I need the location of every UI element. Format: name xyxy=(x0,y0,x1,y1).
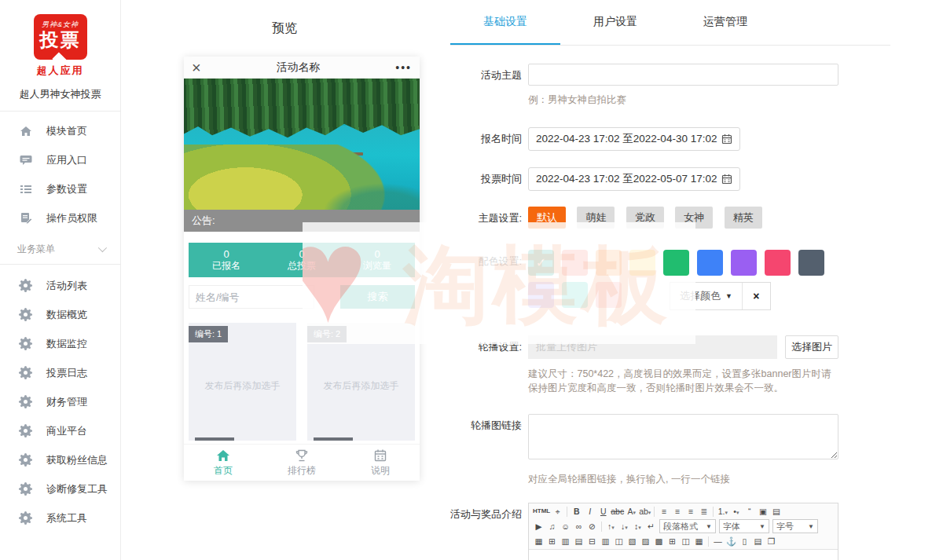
theme-default-button[interactable]: 默认 xyxy=(528,207,566,229)
remove-color-button[interactable]: × xyxy=(742,283,770,309)
insert-video-icon[interactable]: ▶ xyxy=(532,520,545,533)
split-rows-icon[interactable]: ⊞ xyxy=(666,535,679,547)
nav-item-home[interactable]: 首页 xyxy=(184,445,262,481)
theme-goddess-button[interactable]: 女神 xyxy=(675,207,713,229)
insert-image-icon[interactable]: ▣ xyxy=(756,505,769,518)
more-menu-icon[interactable]: ••• xyxy=(395,61,412,74)
word-wrap-icon[interactable]: ↵ xyxy=(644,520,658,533)
nav-item-ranking[interactable]: 排行榜 xyxy=(262,445,341,481)
color-swatch[interactable] xyxy=(629,250,655,276)
color-swatch[interactable] xyxy=(697,250,723,276)
merge-down-icon[interactable]: ▩ xyxy=(652,535,666,547)
font-size-select[interactable]: 字号▼ xyxy=(772,519,818,533)
emotion-icon[interactable]: ☺ xyxy=(559,520,572,533)
split-columns-icon[interactable]: ◫ xyxy=(679,535,692,547)
strikethrough-icon[interactable]: abc xyxy=(610,505,625,518)
color-swatch[interactable] xyxy=(528,282,554,308)
insert-table-icon[interactable]: ▦ xyxy=(532,535,545,547)
color-swatch[interactable] xyxy=(765,250,791,276)
paragraph-format-select[interactable]: 段落格式▼ xyxy=(659,519,716,533)
ordered-list-icon[interactable]: 1.▾ xyxy=(716,505,729,518)
search-input[interactable] xyxy=(189,285,314,309)
remove-format-icon[interactable]: ⊘ xyxy=(585,520,599,533)
choose-color-dropdown[interactable]: 选择颜色▼ xyxy=(670,283,742,309)
align-left-icon[interactable]: ≡ xyxy=(657,505,670,518)
search-preview-icon[interactable]: ⌖ xyxy=(551,505,564,518)
anchor-icon[interactable]: ⚓ xyxy=(725,535,738,547)
color-swatch[interactable] xyxy=(596,250,622,276)
color-swatch[interactable] xyxy=(731,250,757,276)
sidebar-item-operator-permissions[interactable]: 操作员权限 xyxy=(0,203,120,232)
signup-time-input[interactable]: 2022-04-23 17:02 至2022-04-30 17:02 xyxy=(528,127,740,151)
sidebar-item-app-entry[interactable]: 应用入口 xyxy=(0,145,120,174)
theme-cute-kids-button[interactable]: 萌娃 xyxy=(577,207,615,229)
font-color-icon[interactable]: A▾ xyxy=(625,505,638,518)
sidebar-item-system-tools[interactable]: 系统工具 xyxy=(0,503,120,533)
moss-graphic xyxy=(318,181,420,210)
color-swatch[interactable] xyxy=(798,250,824,276)
delete-row-icon[interactable]: ⊟ xyxy=(585,535,599,547)
sidebar-item-param-settings[interactable]: 参数设置 xyxy=(0,174,120,203)
insert-link-icon[interactable]: ∞ xyxy=(572,520,585,533)
color-swatch[interactable] xyxy=(663,250,689,276)
choose-image-button[interactable]: 选择图片 xyxy=(785,335,838,359)
delete-table-icon[interactable]: ⊞ xyxy=(545,535,559,547)
close-icon[interactable]: × xyxy=(192,60,201,75)
align-right-icon[interactable]: ≡ xyxy=(684,505,697,518)
line-height-icon[interactable]: ↕▾ xyxy=(631,520,644,533)
space-above-icon[interactable]: ↑▾ xyxy=(604,520,618,533)
bold-icon[interactable]: B xyxy=(570,505,583,518)
insert-row-icon[interactable]: ▤ xyxy=(572,535,585,547)
tab-operation-management[interactable]: 运营管理 xyxy=(670,0,780,45)
delete-column-icon[interactable]: ◫ xyxy=(612,535,626,547)
nav-item-instructions[interactable]: 说明 xyxy=(341,445,420,481)
editor-content-area[interactable] xyxy=(529,550,838,560)
sidebar-item-activity-list[interactable]: 活动列表 xyxy=(0,271,120,300)
theme-elite-button[interactable]: 精英 xyxy=(725,207,762,229)
sidebar-item-finance[interactable]: 财务管理 xyxy=(0,387,120,416)
horizontal-rule-icon[interactable]: — xyxy=(711,535,725,547)
space-below-icon[interactable]: ↓▾ xyxy=(618,520,631,533)
vote-time-input[interactable]: 2022-04-23 17:02 至2022-05-07 17:02 xyxy=(528,167,740,191)
align-center-icon[interactable]: ≡ xyxy=(670,505,684,518)
print-preview-icon[interactable]: ▤ xyxy=(751,535,765,547)
merge-right-icon[interactable]: ▨ xyxy=(639,535,652,547)
page-break-icon[interactable]: ▯ xyxy=(738,535,751,547)
insert-column-icon[interactable]: ▥ xyxy=(599,535,612,547)
table-title-icon[interactable]: ▥ xyxy=(559,535,572,547)
search-button[interactable]: 搜索 xyxy=(340,285,415,309)
tab-user-settings[interactable]: 用户设置 xyxy=(560,0,670,45)
sidebar-item-data-overview[interactable]: 数据概览 xyxy=(0,300,120,329)
banner-links-textarea[interactable] xyxy=(528,414,838,459)
color-swatch[interactable] xyxy=(596,282,622,308)
stat-total-votes: 0 总投票 xyxy=(264,243,339,277)
font-family-select[interactable]: 字体▼ xyxy=(719,519,769,533)
sidebar-item-data-monitor[interactable]: 数据监控 xyxy=(0,329,120,358)
table-grid-icon[interactable]: ▦ xyxy=(692,535,706,547)
unordered-list-icon[interactable]: •▾ xyxy=(729,505,743,518)
insert-music-icon[interactable]: ♫ xyxy=(545,520,559,533)
html-source-icon[interactable]: HTML xyxy=(532,505,551,518)
activity-subject-input[interactable] xyxy=(528,64,838,86)
sidebar-item-diagnostic-tools[interactable]: 诊断修复工具 xyxy=(0,474,120,503)
banner-upload-area[interactable]: 批量上传图片 xyxy=(528,335,777,359)
sidebar-item-vote-log[interactable]: 投票日志 xyxy=(0,358,120,387)
print-icon[interactable]: ▤ xyxy=(769,505,783,518)
underline-icon[interactable]: U xyxy=(596,505,610,518)
highlight-color-icon[interactable]: ab▾ xyxy=(638,505,651,518)
blockquote-icon[interactable]: “ xyxy=(743,505,756,518)
theme-party-button[interactable]: 党政 xyxy=(626,207,664,229)
paste-icon[interactable]: ❐ xyxy=(765,535,778,547)
color-swatch[interactable] xyxy=(562,282,588,308)
sidebar-item-module-home[interactable]: 模块首页 xyxy=(0,116,120,145)
logo-main-text: 投票 xyxy=(34,30,87,50)
tab-basic-settings[interactable]: 基础设置 xyxy=(450,0,560,45)
color-swatch[interactable] xyxy=(562,250,588,276)
italic-icon[interactable]: I xyxy=(583,505,596,518)
sidebar-item-business-platform[interactable]: 商业平台 xyxy=(0,416,120,445)
sidebar-item-fans-info[interactable]: 获取粉丝信息 xyxy=(0,445,120,474)
align-justify-icon[interactable]: ≣ xyxy=(697,505,710,518)
merge-cells-icon[interactable]: ▧ xyxy=(626,535,639,547)
sidebar-section-business[interactable]: 业务菜单 xyxy=(0,236,120,262)
color-swatch-selected[interactable]: ✓ xyxy=(528,250,554,276)
